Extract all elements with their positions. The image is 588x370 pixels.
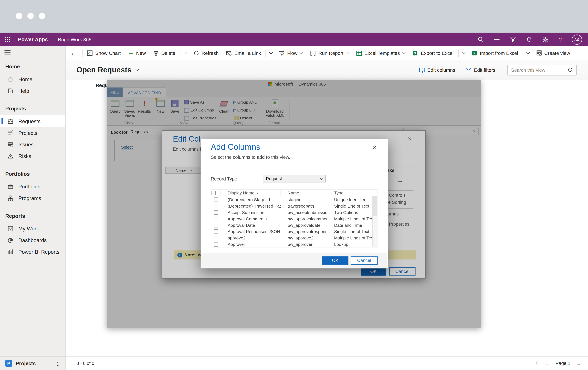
email-link-button[interactable]: Email a Link bbox=[222, 46, 265, 60]
select-link[interactable]: Select bbox=[121, 145, 133, 149]
add-icon[interactable] bbox=[494, 36, 500, 43]
export-excel-button[interactable]: X Export to Excel bbox=[409, 46, 457, 60]
ribbon-edit-columns-button[interactable]: Edit Columns bbox=[184, 107, 214, 113]
excel-icon: X bbox=[472, 50, 477, 56]
ok-button[interactable]: OK bbox=[361, 267, 386, 275]
app-launcher-icon[interactable] bbox=[5, 37, 10, 42]
record-type-select[interactable]: Request bbox=[263, 175, 326, 183]
table-row[interactable]: Approval Responses JSON bw_approvalrespo… bbox=[211, 228, 378, 235]
ribbon-details-button[interactable]: Details bbox=[234, 115, 252, 120]
row-checkbox[interactable] bbox=[211, 197, 221, 202]
sidebar-item-programs[interactable]: Programs bbox=[0, 192, 65, 204]
tab-advanced-find[interactable]: ADVANCED FIND bbox=[123, 87, 166, 97]
create-view-button[interactable]: Create view bbox=[532, 46, 574, 60]
row-checkbox[interactable] bbox=[211, 229, 221, 234]
row-checkbox[interactable] bbox=[211, 204, 221, 208]
sidebar-item-portfolios[interactable]: Portfolios bbox=[0, 181, 65, 192]
overflow-chevron-icon[interactable] bbox=[459, 46, 468, 60]
overflow-chevron-icon[interactable] bbox=[181, 46, 190, 60]
row-checkbox[interactable] bbox=[211, 210, 221, 215]
row-checkbox[interactable] bbox=[211, 217, 221, 221]
run-report-button[interactable]: Run Report bbox=[306, 46, 352, 60]
col-name[interactable]: Name bbox=[281, 190, 327, 196]
dialog-title: Edit Col bbox=[173, 134, 200, 143]
search-icon[interactable] bbox=[568, 67, 574, 73]
ribbon-clear-button[interactable]: Clear bbox=[216, 98, 231, 113]
scrollbar[interactable] bbox=[372, 196, 378, 247]
ribbon-group-and-button[interactable]: {≡ Group AND bbox=[233, 99, 257, 105]
ribbon-edit-properties-button[interactable]: Edit Properties bbox=[184, 115, 216, 120]
table-row[interactable]: (Deprecated) Stage Id stageid Unique Ide… bbox=[211, 196, 378, 203]
first-page-icon[interactable] bbox=[534, 360, 539, 366]
close-icon[interactable]: × bbox=[408, 135, 412, 143]
sidebar-item-dashboards[interactable]: Dashboards bbox=[0, 234, 65, 246]
sidebar-item-requests[interactable]: Requests bbox=[0, 115, 65, 127]
sidebar-item-home[interactable]: Home bbox=[0, 73, 65, 85]
col-type[interactable]: Type bbox=[327, 190, 373, 196]
select-all-checkbox[interactable] bbox=[211, 190, 221, 196]
overflow-chevron-icon[interactable] bbox=[524, 46, 532, 60]
show-chart-button[interactable]: Show Chart bbox=[83, 46, 124, 60]
cancel-button[interactable]: Cancel bbox=[389, 267, 416, 275]
ok-button[interactable]: OK bbox=[322, 256, 348, 265]
edit-columns-button[interactable]: Edit columns bbox=[415, 63, 459, 77]
sidebar-item-power-bi-reports[interactable]: Power BI Reports bbox=[0, 246, 65, 258]
panel-link-controls[interactable]: Controls bbox=[389, 193, 406, 198]
row-checkbox[interactable] bbox=[211, 242, 221, 246]
sidebar-item-risks[interactable]: Risks bbox=[0, 150, 65, 162]
environment-switcher[interactable]: P Projects bbox=[0, 356, 65, 370]
new-button[interactable]: New bbox=[125, 46, 150, 60]
sidebar-item-projects[interactable]: Projects bbox=[0, 127, 65, 139]
table-row[interactable]: Approval Comments bw_approvalcomments Mu… bbox=[211, 216, 378, 222]
table-row[interactable]: Approver bw_approver Lookup bbox=[211, 241, 378, 247]
sidebar-item-help[interactable]: ? Help bbox=[0, 85, 65, 97]
flow-button[interactable]: Flow bbox=[275, 46, 306, 60]
table-row[interactable]: Accept Submission bw_acceptsubmission Tw… bbox=[211, 209, 378, 216]
row-checkbox[interactable] bbox=[211, 223, 221, 227]
search-icon[interactable] bbox=[478, 36, 484, 43]
excel-templates-button[interactable]: Excel Templates bbox=[352, 46, 409, 60]
cancel-button[interactable]: Cancel bbox=[351, 256, 378, 265]
ribbon-saved-views-button[interactable]: Saved Views bbox=[122, 98, 138, 117]
ribbon-query-button[interactable]: Query bbox=[108, 98, 123, 113]
next-page-icon[interactable]: → bbox=[576, 360, 581, 366]
window-control-icon[interactable] bbox=[39, 13, 45, 19]
table-row[interactable]: Approval Date bw_approvaldate Date and T… bbox=[211, 222, 378, 228]
ribbon-save-as-button[interactable]: Save As bbox=[184, 99, 205, 105]
ribbon-new-button[interactable]: New bbox=[153, 98, 168, 113]
panel-link-columns[interactable]: lumns bbox=[387, 211, 399, 217]
table-row[interactable]: (Deprecated) Traversed Path traversedpat… bbox=[211, 203, 378, 209]
prev-page-icon[interactable]: ← bbox=[545, 360, 550, 366]
window-control-icon[interactable] bbox=[27, 13, 34, 19]
tab-file[interactable]: FILE bbox=[107, 87, 123, 97]
overflow-chevron-icon[interactable] bbox=[267, 46, 275, 60]
window-control-icon[interactable] bbox=[16, 13, 22, 19]
notifications-icon[interactable] bbox=[526, 36, 532, 43]
ribbon-group-or-button[interactable]: {≡ Group OR bbox=[233, 107, 255, 113]
panel-link-sorting[interactable]: re Sorting bbox=[387, 200, 406, 205]
back-button[interactable]: ← bbox=[66, 50, 81, 56]
delete-button[interactable]: Delete bbox=[150, 46, 179, 60]
filter-icon[interactable] bbox=[510, 36, 516, 43]
edit-filters-button[interactable]: Edit filters bbox=[462, 63, 499, 77]
help-icon[interactable]: ? bbox=[559, 36, 562, 43]
ribbon-save-button[interactable]: Save bbox=[168, 98, 182, 113]
menu-icon[interactable] bbox=[4, 50, 10, 54]
settings-icon[interactable] bbox=[542, 36, 548, 43]
import-excel-button[interactable]: X Import from Excel bbox=[468, 46, 522, 60]
col-display-name[interactable]: Display Name▲ bbox=[221, 190, 281, 196]
view-selector[interactable]: Open Requests bbox=[76, 66, 138, 74]
environment-name[interactable]: BrightWork 365 bbox=[58, 37, 91, 42]
refresh-button[interactable]: Refresh bbox=[189, 46, 222, 60]
close-icon[interactable]: × bbox=[373, 144, 377, 151]
search-input[interactable] bbox=[507, 65, 577, 75]
avatar[interactable]: AG bbox=[572, 34, 582, 44]
ribbon-results-button[interactable]: ! Results bbox=[138, 98, 151, 113]
table-row[interactable]: approve2 bw_approve2 Multiple Lines of T… bbox=[211, 235, 378, 241]
ribbon-download-fetch-button[interactable]: Download Fetch XML bbox=[262, 98, 288, 117]
row-checkbox[interactable] bbox=[211, 236, 221, 240]
move-right-icon[interactable]: → bbox=[397, 177, 403, 185]
sidebar-item-issues[interactable]: Issues bbox=[0, 138, 65, 150]
panel-link-properties[interactable]: Properties bbox=[389, 222, 409, 227]
sidebar-item-my-work[interactable]: My Work bbox=[0, 223, 65, 234]
